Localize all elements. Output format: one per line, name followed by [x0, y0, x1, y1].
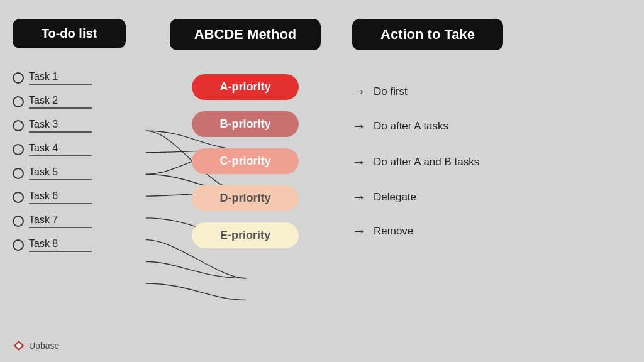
- task-label: Task 1: [29, 71, 92, 82]
- task-circle: [13, 216, 24, 227]
- main-container: To-do list Task 1 Task 2: [0, 0, 644, 362]
- task-circle: [13, 168, 24, 179]
- task-underline: [29, 203, 92, 204]
- task-label: Task 5: [29, 167, 92, 178]
- col-method: ABCDE Method A-priority B-priority C-pri…: [151, 19, 340, 349]
- arrow-icon: →: [352, 189, 366, 206]
- arrow-icon: →: [352, 84, 366, 100]
- action-item: → Remove: [352, 215, 479, 248]
- task-item: Task 2: [13, 90, 92, 114]
- task-underline: [29, 251, 92, 252]
- task-underline: [29, 131, 92, 133]
- task-label: Task 2: [29, 95, 92, 106]
- task-item: Task 8: [13, 233, 92, 257]
- task-label: Task 7: [29, 214, 92, 226]
- priority-b-badge: B-priority: [192, 111, 299, 137]
- task-underline: [29, 179, 92, 180]
- action-label: Do after A and B tasks: [374, 156, 479, 168]
- task-item: Task 3: [13, 114, 92, 138]
- task-circle: [13, 239, 24, 251]
- priority-list: A-priority B-priority C-priority D-prior…: [151, 74, 340, 248]
- action-label: Do after A tasks: [374, 120, 448, 133]
- logo: Upbase: [13, 339, 59, 352]
- task-underline: [29, 107, 92, 109]
- action-item: → Do first: [352, 75, 479, 108]
- action-label: Remove: [374, 225, 413, 238]
- task-item: Task 7: [13, 209, 92, 233]
- upbase-logo-icon: [13, 339, 25, 352]
- action-item: → Delegate: [352, 180, 479, 215]
- arrow-icon: →: [352, 118, 366, 134]
- priority-a-badge: A-priority: [192, 74, 299, 100]
- priority-d-badge: D-priority: [192, 185, 299, 211]
- task-underline: [29, 155, 92, 156]
- arrow-icon: →: [352, 223, 366, 239]
- content-wrapper: To-do list Task 1 Task 2: [13, 19, 631, 349]
- task-item: Task 6: [13, 185, 92, 209]
- action-item: → Do after A and B tasks: [352, 145, 479, 180]
- action-label: Delegate: [374, 191, 416, 204]
- task-item: Task 1: [13, 66, 92, 90]
- task-label: Task 3: [29, 119, 92, 130]
- action-label: Do first: [374, 85, 408, 98]
- col-action: Action to Take → Do first → Do after A t…: [340, 19, 631, 349]
- todo-header: To-do list: [13, 19, 126, 48]
- task-label: Task 8: [29, 238, 92, 250]
- action-item: → Do after A tasks: [352, 108, 479, 145]
- task-circle: [13, 120, 24, 131]
- col-todo: To-do list Task 1 Task 2: [13, 19, 151, 349]
- method-header: ABCDE Method: [170, 19, 321, 50]
- task-underline: [29, 227, 92, 228]
- arrow-icon: →: [352, 154, 366, 170]
- task-circle: [13, 72, 24, 84]
- task-circle: [13, 192, 24, 203]
- task-underline: [29, 84, 92, 85]
- priority-c-badge: C-priority: [192, 148, 299, 174]
- task-label: Task 4: [29, 143, 92, 154]
- task-item: Task 5: [13, 162, 92, 185]
- logo-text: Upbase: [29, 341, 59, 351]
- task-list: Task 1 Task 2 Task 3: [13, 66, 92, 257]
- priority-e-badge: E-priority: [192, 222, 299, 248]
- task-circle: [13, 96, 24, 107]
- action-list: → Do first → Do after A tasks → Do after…: [352, 74, 479, 248]
- task-label: Task 6: [29, 190, 92, 202]
- task-item: Task 4: [13, 138, 92, 162]
- action-header: Action to Take: [352, 19, 503, 50]
- task-circle: [13, 144, 24, 155]
